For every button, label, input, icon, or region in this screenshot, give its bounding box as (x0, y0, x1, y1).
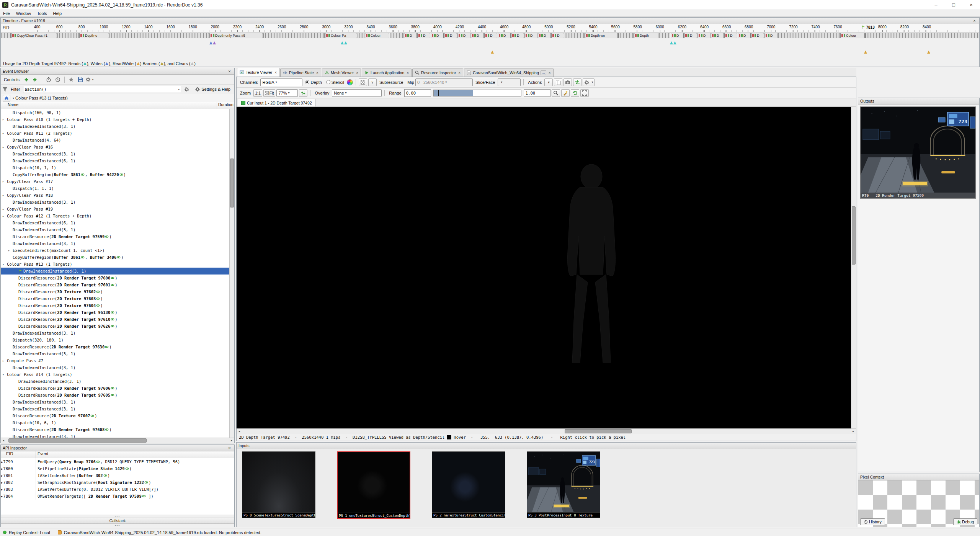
tab-mesh-viewer[interactable]: Mesh Viewer× (322, 69, 361, 77)
options-dropdown-button[interactable]: ▾ (85, 76, 94, 83)
scrollbar-thumb[interactable] (8, 438, 147, 443)
event-row[interactable]: CopyBufferRegion(Buffer 3861, Buffer 348… (1, 254, 229, 261)
usage-marker-icon[interactable] (341, 41, 344, 44)
menu-window[interactable]: Window (13, 10, 34, 16)
timeline-pass-block[interactable]: Colour (840, 33, 865, 38)
texture-display[interactable] (237, 107, 856, 428)
usage-marker-icon[interactable] (673, 41, 676, 44)
event-row[interactable]: DrawIndexedInstanced(3, 1) (1, 199, 229, 206)
fit-toggle-button[interactable]: Fit (263, 89, 276, 97)
checker-background-button[interactable] (359, 78, 367, 86)
tab-launch-application[interactable]: Launch Application× (362, 69, 412, 77)
input-thumbnail[interactable]: PS 2 neTexturesStruct_CustomStencilText (432, 451, 505, 518)
resource-name[interactable]: 2D Texture 97604 (57, 303, 96, 308)
timeline-current-eid-marker[interactable]: 7813 (861, 25, 874, 29)
resource-name[interactable]: 2D Texture 97603 (57, 296, 96, 301)
depth-radio[interactable]: Depth (305, 80, 322, 85)
event-row[interactable]: DiscardResource(2D Render Target 97599) (1, 233, 229, 240)
timeline-pass-block[interactable]: Colour Pa (325, 33, 357, 38)
snapshot-button[interactable] (564, 78, 572, 86)
tab-overflow-button[interactable]: … (541, 70, 546, 75)
tab-caravansandwitch-win64-shipping[interactable]: CaravanSandWitch_Win64_Shipping…× (464, 69, 554, 77)
texture-vscrollbar[interactable] (851, 107, 856, 428)
scroll-left-icon[interactable]: ◂ (1, 439, 6, 442)
zoom-percent-select[interactable]: 77%▾ (276, 89, 298, 97)
timeline-pass-block[interactable]: D (511, 33, 524, 38)
filter-combo[interactable]: ▾ (23, 86, 181, 93)
expander-icon[interactable]: ▸ (2, 145, 7, 149)
event-row[interactable]: DiscardResource(2D Render Target 97606) (1, 385, 229, 392)
swap-button[interactable] (573, 78, 581, 86)
time-actions-button[interactable] (44, 76, 53, 83)
event-row[interactable]: DrawIndexedInstanced(6, 1) (1, 219, 229, 226)
event-row[interactable]: DiscardResource(2D Render Target 97626) (1, 323, 229, 330)
api-row[interactable]: ▸7803IASetVertexBuffers(0, D3D12_VERTEX_… (1, 486, 234, 493)
timeline-marker-band[interactable] (1, 39, 979, 60)
filter-input[interactable] (24, 87, 177, 92)
event-row[interactable]: DiscardResource(2D Render Target 97630) (1, 343, 229, 350)
event-row[interactable]: DrawIndexedInstanced(3, 1) (1, 350, 229, 357)
menu-file[interactable]: File (0, 10, 13, 16)
expander-icon[interactable]: ▸ (2, 118, 7, 121)
tab-close-icon[interactable]: × (274, 70, 277, 75)
menu-help[interactable]: Help (50, 10, 65, 16)
event-row[interactable]: ▾Colour Pass #13 (1 Targets) (1, 261, 229, 268)
timeline-pass-block[interactable]: D (404, 33, 417, 38)
expander-icon[interactable]: ▸ (8, 249, 13, 252)
tab-close-icon[interactable]: × (356, 71, 358, 75)
reset-range-button[interactable] (571, 89, 579, 97)
event-row[interactable]: DrawInstanced(4, 64) (1, 137, 229, 144)
usage-marker-icon[interactable] (670, 41, 673, 44)
home-button[interactable] (3, 95, 10, 101)
column-duration[interactable]: Duration (217, 102, 234, 109)
event-row[interactable]: ▸Colour Pass #11 (2 Targets) (1, 130, 229, 137)
event-tree[interactable]: Dispatch(160, 90, 1)▸Colour Pass #10 (1 … (1, 109, 229, 438)
timeline-pass-block[interactable]: D (457, 33, 470, 38)
api-row[interactable]: ▸7802SetGraphicsRootSignature(Root Signa… (1, 479, 234, 486)
scroll-right-icon[interactable]: ▸ (851, 430, 856, 433)
event-row[interactable]: DiscardResource(2D Texture 97607) (1, 412, 229, 419)
event-row[interactable]: ▸Copy/Clear Pass #18 (1, 192, 229, 199)
usage-marker-icon[interactable] (864, 51, 867, 54)
event-row[interactable]: DrawIndexedInstanced(3, 1) (1, 123, 229, 130)
timeline-pass-block[interactable]: D (751, 33, 764, 38)
timeline-pass-block[interactable]: D (444, 33, 457, 38)
event-row[interactable]: ▸Copy/Clear Pass #16 (1, 144, 229, 150)
filter-settings-button[interactable] (183, 85, 191, 93)
expander-icon[interactable]: ▸ (2, 194, 7, 197)
splitter-grip[interactable]: ••• (1, 515, 234, 518)
resource-name[interactable]: Pipeline State 1429 (78, 466, 124, 471)
settings-help-button[interactable]: Settings & Help (193, 86, 233, 93)
usage-marker-icon[interactable] (491, 51, 494, 54)
event-row[interactable]: DiscardResource(2D Render Target 95130) (1, 309, 229, 316)
clock-button[interactable] (54, 76, 62, 83)
resource-name[interactable]: 2D Render Target 97610 (57, 317, 110, 322)
splitter-grip[interactable]: ••• (1, 524, 234, 527)
resource-name[interactable]: Buffer 3861 (54, 255, 80, 260)
resource-name[interactable]: 2D Render Target 97600 (57, 276, 110, 280)
close-icon[interactable]: × (227, 446, 232, 450)
pixel-context-view[interactable]: History Debug (858, 480, 979, 527)
usage-marker-icon[interactable] (927, 51, 930, 54)
event-row[interactable]: DiscardResource(2D Render Target 97605) (1, 392, 229, 399)
event-row[interactable]: DrawIndexedInstanced(3, 1) (1, 226, 229, 233)
scrollbar-thumb[interactable] (565, 429, 632, 433)
resource-name[interactable]: Buffer 3861 (54, 172, 80, 177)
resource-name[interactable]: Query Heap 3766 (59, 459, 96, 464)
api-inspector-column-header[interactable]: EID Event (1, 451, 234, 458)
resource-name[interactable]: 2D Texture 97607 (51, 413, 90, 418)
event-row[interactable]: ▸ExecuteIndirect(maxCount 1, count <1>) (1, 247, 229, 254)
resource-name[interactable]: 2D Render Target 97605 (57, 393, 110, 397)
texture-tab-cur-input[interactable]: Cur Input 1 - 2D Depth Target 97492 (238, 99, 315, 106)
event-row[interactable]: DrawIndexedInstanced(3, 1) (1, 433, 229, 438)
autofit-button[interactable] (561, 89, 570, 97)
range-max-input[interactable] (524, 89, 550, 97)
range-min-input[interactable] (404, 89, 431, 97)
menu-tools[interactable]: Tools (34, 10, 50, 16)
tab-resource-inspector[interactable]: Resource Inspector× (412, 69, 463, 77)
event-browser-hscrollbar[interactable]: ◂ ▸ (1, 438, 234, 443)
channels-select[interactable]: RGBA▾ (260, 78, 302, 86)
event-row[interactable]: DiscardResource(2D Texture 97604) (1, 302, 229, 309)
overlay-select[interactable]: None▾ (332, 89, 382, 97)
tab-close-icon[interactable]: × (458, 71, 461, 75)
